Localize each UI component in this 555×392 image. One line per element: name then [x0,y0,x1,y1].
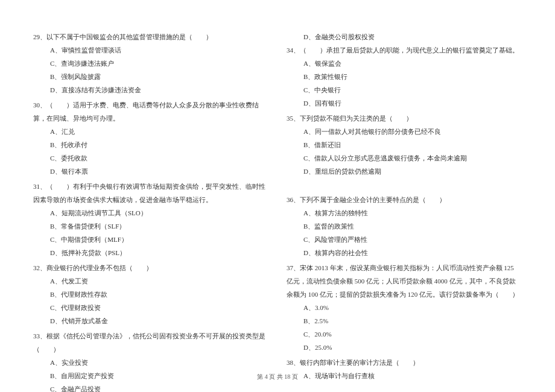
question-36: 36、下列不属于金融企业会计的主要特点的是（ ） A、核算方法的独特性 B、监督… [287,193,522,259]
question-stem: 34、（ ）承担了最后贷款人的职能，为现代意义上的银行监管奠定了基础。 [287,43,522,57]
option-a: A、同一借款人对其他银行的部分债务已经不良 [287,125,522,138]
option-b: B、借新还旧 [287,138,522,151]
exam-page: 29、以下不属于中国银监会的其他监督管理措施的是（ ） A、审慎性监督管理谈话 … [0,0,555,392]
option-a: A、核算方法的独特性 [287,206,522,220]
option-d: D、直接冻结有关涉嫌违法资金 [33,83,268,96]
option-a: A、短期流动性调节工具（SLO） [33,206,268,220]
option-b: B、强制风险披露 [33,70,268,83]
option-d: D、金融类公司股权投资 [287,30,522,43]
option-c: C、风险管理的严格性 [287,233,522,246]
option-a: A、汇兑 [33,125,268,138]
question-29: 29、以下不属于中国银监会的其他监督管理措施的是（ ） A、审慎性监督管理谈话 … [33,30,268,96]
question-stem: 31、（ ）有利于中央银行有效调节市场短期资金供给，熨平突发性、临时性因素导致的… [33,180,268,206]
question-33: 33、根据《信托公司管理办法》，信托公司固有投资业务不可开展的投资类型是（ ） … [33,329,268,392]
option-a: A、代发工资 [33,274,268,288]
option-c: C、委托收款 [33,151,268,165]
option-b: B、托收承付 [33,138,268,151]
option-c: C、中期借贷便利（MLF） [33,233,268,246]
right-column: D、金融类公司股权投资 34、（ ）承担了最后贷款人的职能，为现代意义上的银行监… [287,30,522,392]
question-stem: 32、商业银行的代理业务不包括（ ） [33,261,268,274]
question-stem: 30、（ ）适用于水费、电费、电话费等付款人众多及分散的事业性收费结算，在同城、… [33,98,268,125]
option-d: D、国有银行 [287,96,522,110]
question-stem: 36、下列不属于金融企业会计的主要特点的是（ ） [287,193,522,206]
question-35: 35、下列贷款不能归为关注类的是（ ） A、同一借款人对其他银行的部分债务已经不… [287,112,522,178]
page-footer: 第 4 页 共 18 页 [0,373,555,381]
option-b: B、常备借贷便利（SLF） [33,220,268,233]
option-d: D、25.0% [287,341,522,354]
option-d: D、银行本票 [33,165,268,178]
option-b: B、2.5% [287,314,522,327]
option-a: A、审慎性监督管理谈话 [33,43,268,57]
question-stem: 38、银行内部审计主要的审计方法是（ ） [287,356,522,369]
option-a: A、实业投资 [33,356,268,369]
option-c: C、金融产品投资 [33,382,268,392]
option-b: B、监督的政策性 [287,220,522,233]
question-34: 34、（ ）承担了最后贷款人的职能，为现代意义上的银行监管奠定了基础。 A、银保… [287,43,522,110]
question-37: 37、宋体 2013 年末，假设某商业银行相关指标为：人民币流动性资产余额 12… [287,261,522,354]
option-d: D、抵押补充贷款（PSL） [33,246,268,259]
option-a: A、银保监会 [287,57,522,70]
question-stem: 37、宋体 2013 年末，假设某商业银行相关指标为：人民币流动性资产余额 12… [287,261,522,301]
option-c: C、20.0% [287,327,522,341]
option-c: C、中央银行 [287,83,522,96]
option-c: C、代理财政投资 [33,301,268,314]
question-30: 30、（ ）适用于水费、电费、电话费等付款人众多及分散的事业性收费结算，在同城、… [33,98,268,178]
option-b: B、政策性银行 [287,70,522,83]
question-stem: 33、根据《信托公司管理办法》，信托公司固有投资业务不可开展的投资类型是（ ） [33,329,268,356]
option-d: D、代销开放式基金 [33,314,268,327]
option-c: C、借款人以分立形式恶意逃废银行债务，本金尚未逾期 [287,151,522,165]
option-b: B、代理财政性存款 [33,288,268,301]
option-d: D、重组后的贷款仍然逾期 [287,165,522,178]
question-32: 32、商业银行的代理业务不包括（ ） A、代发工资 B、代理财政性存款 C、代理… [33,261,268,327]
option-a: A、3.0% [287,301,522,314]
option-c: C、查询涉嫌违法账户 [33,57,268,70]
question-31: 31、（ ）有利于中央银行有效调节市场短期资金供给，熨平突发性、临时性因素导致的… [33,180,268,259]
question-stem: 35、下列贷款不能归为关注类的是（ ） [287,112,522,125]
blank-line [287,180,522,193]
option-d: D、核算内容的社会性 [287,246,522,259]
left-column: 29、以下不属于中国银监会的其他监督管理措施的是（ ） A、审慎性监督管理谈话 … [33,30,268,392]
question-stem: 29、以下不属于中国银监会的其他监督管理措施的是（ ） [33,30,268,43]
